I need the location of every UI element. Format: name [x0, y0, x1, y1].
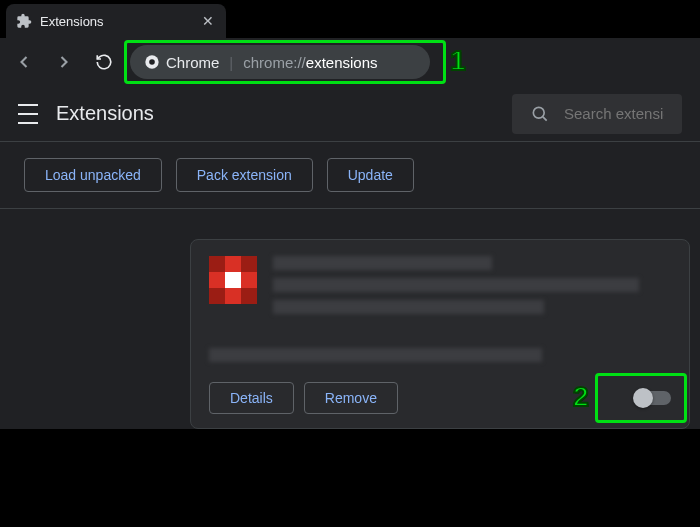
- address-bar[interactable]: Chrome | chrome://extensions: [130, 45, 430, 79]
- page-header: Extensions: [0, 86, 700, 142]
- site-chip-label: Chrome: [166, 54, 219, 71]
- extension-icon: [209, 256, 257, 304]
- annotation-number-1: 1: [450, 45, 466, 77]
- enable-toggle[interactable]: [635, 391, 671, 405]
- url-text: chrome://extensions: [243, 54, 377, 71]
- annotation-number-2: 2: [573, 381, 589, 413]
- close-icon[interactable]: ✕: [200, 13, 216, 29]
- pack-extension-button[interactable]: Pack extension: [176, 158, 313, 192]
- page-title: Extensions: [56, 102, 154, 125]
- forward-button[interactable]: [50, 48, 78, 76]
- remove-button[interactable]: Remove: [304, 382, 398, 414]
- extensions-list: Details Remove 2: [0, 209, 700, 429]
- extensions-page: Extensions Load unpacked Pack extension …: [0, 86, 700, 429]
- search-input[interactable]: [564, 105, 664, 122]
- reload-button[interactable]: [90, 48, 118, 76]
- tab-title: Extensions: [40, 14, 192, 29]
- search-icon: [530, 104, 550, 124]
- update-button[interactable]: Update: [327, 158, 414, 192]
- dev-actions-row: Load unpacked Pack extension Update: [0, 142, 700, 209]
- puzzle-icon: [16, 13, 32, 29]
- extension-card: Details Remove 2: [190, 239, 690, 429]
- chip-separator: |: [229, 54, 233, 71]
- extension-permissions-redacted: [209, 348, 671, 362]
- browser-tab-extensions[interactable]: Extensions ✕: [6, 4, 226, 38]
- extension-meta-redacted: [273, 256, 671, 314]
- site-chip: Chrome: [144, 54, 219, 71]
- load-unpacked-button[interactable]: Load unpacked: [24, 158, 162, 192]
- svg-point-2: [533, 107, 544, 118]
- back-button[interactable]: [10, 48, 38, 76]
- browser-tabstrip: Extensions ✕: [0, 0, 700, 38]
- hamburger-icon[interactable]: [18, 104, 38, 124]
- chrome-icon: [144, 54, 160, 70]
- search-extensions[interactable]: [512, 94, 682, 134]
- browser-toolbar: Chrome | chrome://extensions 1: [0, 38, 700, 86]
- details-button[interactable]: Details: [209, 382, 294, 414]
- svg-point-1: [149, 59, 155, 65]
